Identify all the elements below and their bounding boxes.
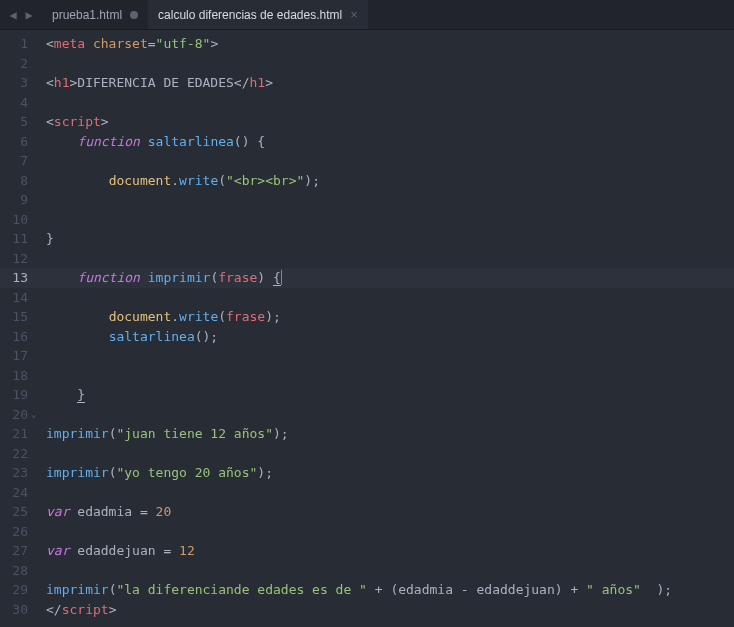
line-number: 20 <box>0 405 28 425</box>
code-line: document.write("<br><br>"); <box>38 171 734 191</box>
line-number: 22 <box>0 444 28 464</box>
code-line: imprimir("juan tiene 12 años"); <box>38 424 734 444</box>
code-line: <script> <box>38 112 734 132</box>
tab-nav-prev-icon[interactable]: ◀ <box>6 8 20 22</box>
tab-prueba1[interactable]: prueba1.html <box>42 0 148 29</box>
line-number: 16 <box>0 327 28 347</box>
code-line: } <box>38 385 734 405</box>
code-line: imprimir("la diferenciande edades es de … <box>38 580 734 600</box>
line-number: 10 <box>0 210 28 230</box>
line-number: 24 <box>0 483 28 503</box>
fold-icon[interactable]: ⌄ <box>31 405 36 425</box>
code-line <box>38 210 734 230</box>
code-line <box>38 288 734 308</box>
code-line <box>38 522 734 542</box>
tab-dirty-indicator-icon <box>130 11 138 19</box>
code-line: <meta charset="utf-8"> <box>38 34 734 54</box>
tab-label: calculo diferencias de edades.html <box>158 8 342 22</box>
code-line <box>38 151 734 171</box>
line-number: 14 <box>0 288 28 308</box>
line-number: 5 <box>0 112 28 132</box>
code-line <box>38 346 734 366</box>
code-line <box>38 366 734 386</box>
line-number: 4 <box>0 93 28 113</box>
line-number: 30 <box>0 600 28 620</box>
code-line: imprimir("yo tengo 20 años"); <box>38 463 734 483</box>
line-number: 17 <box>0 346 28 366</box>
code-line <box>38 190 734 210</box>
line-number: 28 <box>0 561 28 581</box>
code-line: </script> <box>38 600 734 620</box>
tab-nav: ◀ ▶ <box>0 8 42 22</box>
line-number: 11 <box>0 229 28 249</box>
line-number: 27 <box>0 541 28 561</box>
line-number-gutter: 1234567891011121314151617181920212223242… <box>0 30 38 627</box>
line-number: 6 <box>0 132 28 152</box>
line-number: 26 <box>0 522 28 542</box>
tab-nav-next-icon[interactable]: ▶ <box>22 8 36 22</box>
tab-calculo-diferencias[interactable]: calculo diferencias de edades.html × <box>148 0 368 29</box>
line-number: 3 <box>0 73 28 93</box>
line-number: 1 <box>0 34 28 54</box>
tab-bar: ◀ ▶ prueba1.html calculo diferencias de … <box>0 0 734 30</box>
line-number: 9 <box>0 190 28 210</box>
code-line: <h1>DIFERENCIA DE EDADES</h1> <box>38 73 734 93</box>
code-line: function saltarlinea() { <box>38 132 734 152</box>
code-line: function imprimir(frase) { <box>38 268 734 288</box>
code-line: } <box>38 229 734 249</box>
line-number: 8 <box>0 171 28 191</box>
line-number: 18 <box>0 366 28 386</box>
line-number: 25 <box>0 502 28 522</box>
line-number: 23 <box>0 463 28 483</box>
code-line: saltarlinea(); <box>38 327 734 347</box>
code-line: document.write(frase); <box>38 307 734 327</box>
line-number: 19 <box>0 385 28 405</box>
line-number: 12 <box>0 249 28 269</box>
code-line <box>38 405 734 425</box>
code-line <box>38 444 734 464</box>
code-line <box>38 561 734 581</box>
editor-area: 1234567891011121314151617181920212223242… <box>0 30 734 627</box>
line-number: 2 <box>0 54 28 74</box>
code-line <box>38 249 734 269</box>
line-number: 13 <box>0 268 28 288</box>
line-number: 29 <box>0 580 28 600</box>
code-line <box>38 93 734 113</box>
line-number: 7 <box>0 151 28 171</box>
close-icon[interactable]: × <box>350 8 358 21</box>
code-content[interactable]: <meta charset="utf-8"> <h1>DIFERENCIA DE… <box>38 30 734 627</box>
line-number: 15 <box>0 307 28 327</box>
code-line: var edadmia = 20 <box>38 502 734 522</box>
code-line <box>38 483 734 503</box>
line-number: 21 <box>0 424 28 444</box>
code-line <box>38 54 734 74</box>
tab-label: prueba1.html <box>52 8 122 22</box>
code-line: var edaddejuan = 12 <box>38 541 734 561</box>
